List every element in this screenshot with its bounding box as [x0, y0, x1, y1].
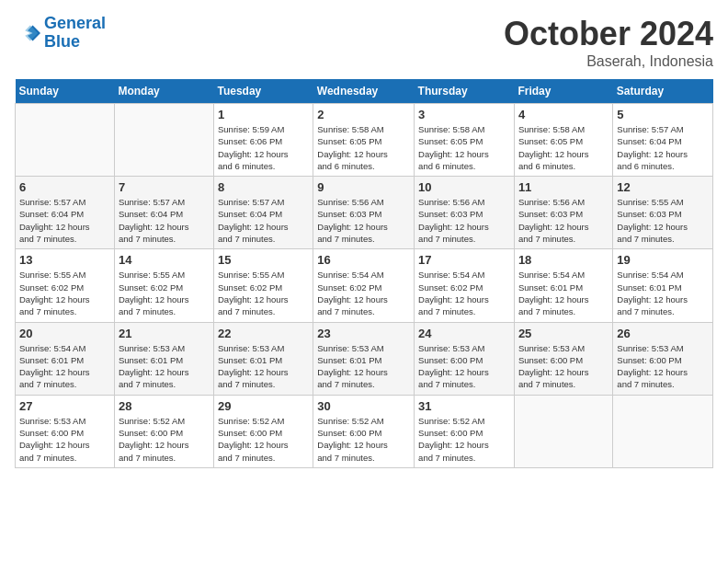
col-wednesday: Wednesday [313, 79, 415, 104]
col-friday: Friday [514, 79, 612, 104]
calendar-week-3: 13Sunrise: 5:55 AM Sunset: 6:02 PM Dayli… [16, 249, 713, 322]
day-number: 16 [317, 253, 410, 267]
day-number: 26 [617, 327, 709, 340]
day-number: 6 [19, 180, 110, 194]
calendar-cell: 6Sunrise: 5:57 AM Sunset: 6:04 PM Daylig… [16, 177, 115, 249]
day-number: 21 [119, 327, 210, 340]
calendar-week-4: 20Sunrise: 5:54 AM Sunset: 6:01 PM Dayli… [16, 322, 713, 395]
calendar-cell: 14Sunrise: 5:55 AM Sunset: 6:02 PM Dayli… [114, 249, 213, 322]
day-detail: Sunrise: 5:53 AM Sunset: 6:01 PM Dayligh… [317, 342, 410, 391]
day-number: 8 [218, 180, 309, 194]
calendar-cell: 2Sunrise: 5:58 AM Sunset: 6:05 PM Daylig… [313, 104, 415, 177]
day-detail: Sunrise: 5:55 AM Sunset: 6:02 PM Dayligh… [119, 269, 210, 317]
col-monday: Monday [114, 79, 213, 104]
calendar-cell: 4Sunrise: 5:58 AM Sunset: 6:05 PM Daylig… [514, 104, 612, 177]
day-number: 31 [418, 399, 510, 413]
calendar-cell [613, 395, 713, 467]
calendar-cell: 30Sunrise: 5:52 AM Sunset: 6:00 PM Dayli… [313, 395, 415, 467]
calendar-header-row: Sunday Monday Tuesday Wednesday Thursday… [16, 79, 713, 104]
col-thursday: Thursday [415, 79, 515, 104]
calendar-cell: 8Sunrise: 5:57 AM Sunset: 6:04 PM Daylig… [214, 177, 313, 249]
calendar-cell: 24Sunrise: 5:53 AM Sunset: 6:00 PM Dayli… [415, 322, 515, 395]
calendar-cell: 22Sunrise: 5:53 AM Sunset: 6:01 PM Dayli… [214, 322, 313, 395]
day-detail: Sunrise: 5:54 AM Sunset: 6:02 PM Dayligh… [418, 269, 510, 317]
calendar-cell: 15Sunrise: 5:55 AM Sunset: 6:02 PM Dayli… [214, 249, 313, 322]
day-number: 9 [317, 180, 410, 194]
calendar-cell: 21Sunrise: 5:53 AM Sunset: 6:01 PM Dayli… [114, 322, 213, 395]
calendar-cell: 13Sunrise: 5:55 AM Sunset: 6:02 PM Dayli… [16, 249, 115, 322]
calendar-cell [114, 104, 213, 177]
calendar-week-1: 1Sunrise: 5:59 AM Sunset: 6:06 PM Daylig… [16, 104, 713, 177]
calendar-cell: 3Sunrise: 5:58 AM Sunset: 6:05 PM Daylig… [415, 104, 515, 177]
calendar-cell: 11Sunrise: 5:56 AM Sunset: 6:03 PM Dayli… [514, 177, 612, 249]
day-number: 12 [617, 180, 709, 194]
logo-line1: General [44, 14, 106, 32]
day-number: 13 [19, 253, 110, 267]
day-number: 5 [617, 108, 709, 121]
calendar-cell: 5Sunrise: 5:57 AM Sunset: 6:04 PM Daylig… [613, 104, 713, 177]
day-detail: Sunrise: 5:55 AM Sunset: 6:02 PM Dayligh… [218, 269, 309, 317]
day-number: 25 [518, 327, 609, 340]
day-detail: Sunrise: 5:53 AM Sunset: 6:01 PM Dayligh… [218, 342, 309, 391]
day-detail: Sunrise: 5:57 AM Sunset: 6:04 PM Dayligh… [19, 196, 110, 245]
day-number: 20 [19, 327, 110, 340]
day-detail: Sunrise: 5:55 AM Sunset: 6:02 PM Dayligh… [19, 269, 110, 317]
calendar-cell: 7Sunrise: 5:57 AM Sunset: 6:04 PM Daylig… [114, 177, 213, 249]
location-subtitle: Baserah, Indonesia [504, 53, 713, 70]
col-tuesday: Tuesday [214, 79, 313, 104]
day-detail: Sunrise: 5:56 AM Sunset: 6:03 PM Dayligh… [418, 196, 510, 245]
day-number: 19 [617, 253, 709, 267]
calendar-cell: 20Sunrise: 5:54 AM Sunset: 6:01 PM Dayli… [16, 322, 115, 395]
calendar-cell: 28Sunrise: 5:52 AM Sunset: 6:00 PM Dayli… [114, 395, 213, 467]
day-detail: Sunrise: 5:54 AM Sunset: 6:01 PM Dayligh… [518, 269, 609, 317]
calendar-week-5: 27Sunrise: 5:53 AM Sunset: 6:00 PM Dayli… [16, 395, 713, 467]
calendar-cell: 23Sunrise: 5:53 AM Sunset: 6:01 PM Dayli… [313, 322, 415, 395]
day-detail: Sunrise: 5:58 AM Sunset: 6:05 PM Dayligh… [418, 123, 510, 172]
svg-marker-1 [25, 25, 38, 40]
day-number: 15 [218, 253, 309, 267]
logo: General Blue [15, 15, 106, 52]
day-number: 10 [418, 180, 510, 194]
calendar-table: Sunday Monday Tuesday Wednesday Thursday… [15, 79, 713, 468]
day-detail: Sunrise: 5:52 AM Sunset: 6:00 PM Dayligh… [317, 415, 410, 464]
day-detail: Sunrise: 5:53 AM Sunset: 6:01 PM Dayligh… [119, 342, 210, 391]
calendar-cell: 16Sunrise: 5:54 AM Sunset: 6:02 PM Dayli… [313, 249, 415, 322]
day-number: 7 [119, 180, 210, 194]
day-detail: Sunrise: 5:52 AM Sunset: 6:00 PM Dayligh… [418, 415, 510, 464]
day-detail: Sunrise: 5:59 AM Sunset: 6:06 PM Dayligh… [218, 123, 309, 172]
calendar-cell: 10Sunrise: 5:56 AM Sunset: 6:03 PM Dayli… [415, 177, 515, 249]
day-detail: Sunrise: 5:58 AM Sunset: 6:05 PM Dayligh… [317, 123, 410, 172]
day-number: 1 [218, 108, 309, 121]
logo-line2: Blue [44, 32, 80, 51]
day-detail: Sunrise: 5:53 AM Sunset: 6:00 PM Dayligh… [617, 342, 709, 391]
day-detail: Sunrise: 5:52 AM Sunset: 6:00 PM Dayligh… [218, 415, 309, 464]
day-number: 27 [19, 399, 110, 413]
calendar-cell: 29Sunrise: 5:52 AM Sunset: 6:00 PM Dayli… [214, 395, 313, 467]
day-detail: Sunrise: 5:56 AM Sunset: 6:03 PM Dayligh… [317, 196, 410, 245]
day-number: 28 [119, 399, 210, 413]
day-number: 11 [518, 180, 609, 194]
calendar-cell [514, 395, 612, 467]
day-number: 30 [317, 399, 410, 413]
day-detail: Sunrise: 5:57 AM Sunset: 6:04 PM Dayligh… [218, 196, 309, 245]
day-detail: Sunrise: 5:52 AM Sunset: 6:00 PM Dayligh… [119, 415, 210, 464]
day-detail: Sunrise: 5:53 AM Sunset: 6:00 PM Dayligh… [418, 342, 510, 391]
calendar-cell: 25Sunrise: 5:53 AM Sunset: 6:00 PM Dayli… [514, 322, 612, 395]
logo-text: General Blue [44, 15, 106, 52]
day-number: 23 [317, 327, 410, 340]
col-sunday: Sunday [16, 79, 115, 104]
day-detail: Sunrise: 5:55 AM Sunset: 6:03 PM Dayligh… [617, 196, 709, 245]
calendar-cell: 27Sunrise: 5:53 AM Sunset: 6:00 PM Dayli… [16, 395, 115, 467]
day-number: 14 [119, 253, 210, 267]
day-number: 22 [218, 327, 309, 340]
calendar-cell: 18Sunrise: 5:54 AM Sunset: 6:01 PM Dayli… [514, 249, 612, 322]
day-detail: Sunrise: 5:56 AM Sunset: 6:03 PM Dayligh… [518, 196, 609, 245]
day-number: 29 [218, 399, 309, 413]
logo-icon [15, 20, 40, 46]
calendar-cell: 17Sunrise: 5:54 AM Sunset: 6:02 PM Dayli… [415, 249, 515, 322]
calendar-week-2: 6Sunrise: 5:57 AM Sunset: 6:04 PM Daylig… [16, 177, 713, 249]
day-detail: Sunrise: 5:57 AM Sunset: 6:04 PM Dayligh… [617, 123, 709, 172]
day-number: 4 [518, 108, 609, 121]
day-detail: Sunrise: 5:53 AM Sunset: 6:00 PM Dayligh… [19, 415, 110, 464]
calendar-cell: 26Sunrise: 5:53 AM Sunset: 6:00 PM Dayli… [613, 322, 713, 395]
